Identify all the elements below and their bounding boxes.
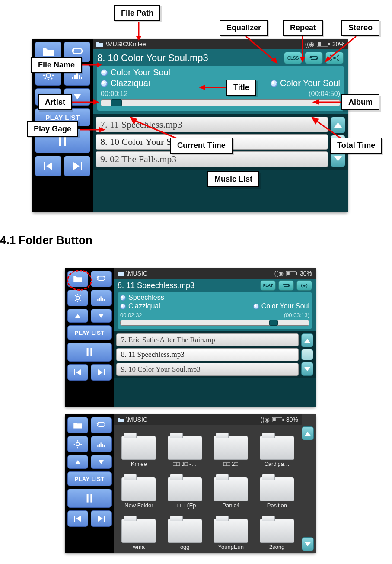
speaker-icon: ((◉ — [305, 41, 314, 48]
section-heading: 4.1 Folder Button — [0, 234, 92, 247]
track-artist: Clazziquai — [128, 302, 160, 310]
track-artist: Clazziquai — [110, 78, 150, 88]
folder-icon — [260, 436, 294, 460]
pause-button[interactable] — [67, 343, 112, 362]
folder-item[interactable]: □□ 3□ -… — [163, 427, 207, 467]
speaker-icon: ((◉ — [261, 416, 270, 423]
folder-icon — [214, 477, 248, 501]
track-row[interactable]: 9. 02 The Falls.mp3 — [96, 151, 328, 167]
next-track-button[interactable] — [64, 156, 90, 176]
folder-item[interactable]: ogg — [163, 510, 207, 550]
track-list: 7. Eric Satie-After The Rain.mp8. 11 Spe… — [116, 333, 299, 376]
playlist-label: PLAY LIST — [74, 476, 105, 482]
svg-rect-62 — [101, 442, 102, 447]
playlist-label: PLAY LIST — [74, 330, 105, 336]
disc-icon — [253, 304, 259, 309]
progress-knob[interactable] — [269, 320, 278, 326]
repeat-badge[interactable] — [278, 280, 294, 291]
scroll-thumb[interactable] — [301, 349, 313, 360]
disc-icon — [120, 304, 126, 309]
equalizer-button[interactable] — [91, 290, 112, 306]
current-time: 00:00:12 — [101, 90, 127, 98]
scroll-up-button[interactable] — [301, 333, 313, 347]
folder-item[interactable]: wma — [117, 510, 161, 550]
label-play-gage: Play Gage — [27, 121, 78, 137]
track-title: Speechless — [128, 294, 164, 301]
volume-up-button[interactable] — [67, 455, 88, 469]
svg-rect-14 — [59, 136, 61, 146]
prev-track-button[interactable] — [67, 364, 88, 381]
disc-icon — [271, 80, 277, 87]
stereo-badge[interactable] — [296, 280, 312, 291]
track-album: Color Your Soul — [280, 78, 340, 88]
playlist-button[interactable]: PLAY LIST — [67, 471, 112, 486]
folder-grid: Kmlee□□ 3□ -…□□ 2□Cardiga…New Folder□□□□… — [114, 425, 302, 553]
next-track-button[interactable] — [91, 364, 112, 381]
settings-button[interactable] — [67, 436, 88, 452]
folder-label: 2song — [269, 544, 284, 550]
folder-label: □□□□(Ep — [174, 502, 196, 509]
svg-rect-17 — [81, 162, 82, 170]
folder-item[interactable]: □□□□(Ep — [163, 469, 207, 509]
folder-icon — [214, 436, 248, 460]
repeat-mode-button[interactable] — [91, 417, 112, 433]
folder-item[interactable]: YoungEun — [209, 510, 253, 550]
progress-bar[interactable] — [120, 320, 309, 326]
prev-track-button[interactable] — [67, 510, 88, 527]
prev-track-button[interactable] — [35, 156, 61, 176]
folder-item[interactable]: □□ 2□ — [209, 427, 253, 467]
svg-rect-44 — [101, 296, 102, 301]
eq-badge[interactable]: CLSS — [284, 52, 302, 64]
progress-bar[interactable] — [101, 99, 340, 106]
repeat-mode-button[interactable] — [91, 271, 112, 287]
battery-percent: 30% — [286, 416, 298, 423]
track-row[interactable]: 8. 11 Speechless.mp3 — [116, 348, 299, 361]
playlist-button[interactable]: PLAY LIST — [67, 325, 112, 340]
svg-rect-66 — [90, 494, 92, 502]
svg-rect-48 — [90, 348, 92, 356]
folder-item[interactable]: Position — [255, 469, 300, 509]
path-bar: \MUSIC\Kmlee ((◉ 30% — [93, 39, 348, 49]
disc-icon — [101, 80, 108, 87]
folder-button[interactable] — [67, 417, 88, 433]
folder-item[interactable]: Panic4 — [209, 469, 253, 509]
folder-item[interactable]: Kmlee — [117, 427, 161, 467]
folder-item[interactable]: New Folder — [117, 469, 161, 509]
file-path: \MUSIC — [126, 416, 147, 423]
svg-rect-16 — [44, 162, 45, 170]
svg-rect-10 — [74, 75, 76, 79]
disc-icon — [120, 295, 126, 301]
label-repeat: Repeat — [283, 20, 323, 36]
svg-rect-15 — [64, 136, 66, 146]
svg-rect-43 — [99, 298, 100, 301]
scroll-down-button[interactable] — [301, 362, 313, 376]
folder-icon — [168, 477, 202, 501]
total-time: (00:04:50) — [309, 90, 340, 98]
folder-icon — [121, 519, 156, 543]
folder-item[interactable]: 2song — [255, 510, 300, 550]
pause-button[interactable] — [67, 489, 112, 508]
progress-knob[interactable] — [111, 99, 122, 106]
volume-up-button[interactable] — [67, 309, 88, 323]
scroll-up-button[interactable] — [302, 426, 314, 440]
current-time: 00:02:32 — [120, 312, 142, 318]
svg-rect-9 — [72, 77, 73, 79]
volume-down-button[interactable] — [91, 309, 112, 323]
folder-icon — [168, 436, 202, 460]
svg-line-38 — [75, 295, 76, 296]
svg-line-23 — [246, 36, 274, 61]
folder-item[interactable]: Cardiga… — [255, 427, 300, 467]
folder-button[interactable] — [67, 271, 88, 287]
next-track-button[interactable] — [91, 510, 112, 527]
volume-down-button[interactable] — [91, 455, 112, 469]
repeat-badge[interactable] — [305, 52, 323, 64]
track-row[interactable]: 7. Eric Satie-After The Rain.mp — [116, 333, 299, 346]
eq-badge[interactable]: FLAT — [260, 280, 276, 291]
settings-button[interactable] — [67, 290, 88, 306]
track-row[interactable]: 9. 10 Color Your Soul.mp3 — [116, 363, 299, 376]
equalizer-button[interactable] — [91, 436, 112, 452]
svg-rect-20 — [318, 42, 321, 46]
battery-percent: 30% — [300, 270, 312, 277]
scroll-down-button[interactable] — [302, 537, 314, 551]
folder-icon — [118, 271, 124, 276]
